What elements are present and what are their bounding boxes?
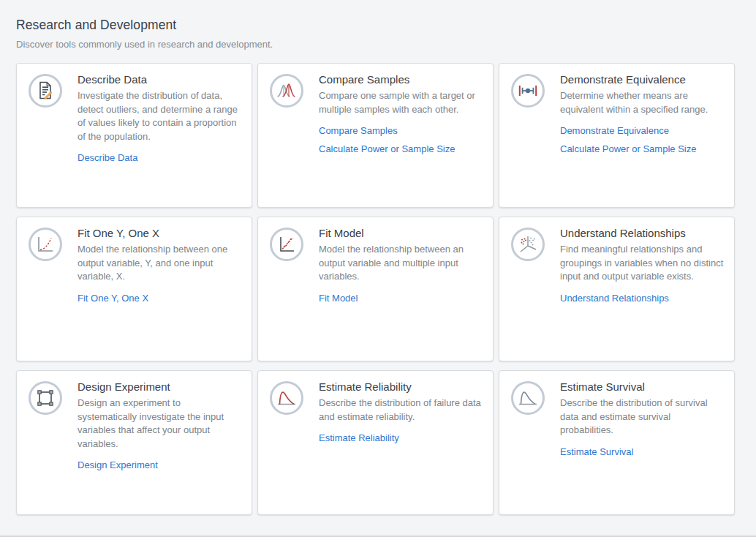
- design-experiment-icon: [29, 381, 62, 415]
- card-grid: Describe Data Investigate the distributi…: [16, 63, 735, 515]
- card-description: Compare one sample with a target or mult…: [319, 89, 483, 116]
- card-link[interactable]: Fit Model: [319, 293, 358, 304]
- card-title: Design Experiment: [78, 380, 241, 393]
- card-link[interactable]: Estimate Reliability: [319, 432, 399, 443]
- tool-card: Design Experiment Design an experiment t…: [16, 370, 252, 515]
- card-description: Find meaningful relationships and groupi…: [560, 243, 724, 284]
- understand-relationships-icon: [511, 228, 545, 261]
- card-links: Compare SamplesCalculate Power or Sample…: [319, 125, 483, 154]
- card-title: Describe Data: [78, 73, 241, 86]
- card-link[interactable]: Understand Relationships: [560, 293, 669, 304]
- tool-card: Understand Relationships Find meaningful…: [499, 217, 735, 361]
- card-title: Fit One Y, One X: [78, 227, 241, 239]
- card-links: Fit Model: [319, 293, 483, 304]
- research-development-page: Research and Development Discover tools …: [0, 0, 756, 515]
- card-link[interactable]: Design Experiment: [78, 459, 158, 470]
- card-link[interactable]: Compare Samples: [319, 125, 398, 136]
- card-links: Estimate Survival: [560, 446, 724, 457]
- card-links: Understand Relationships: [560, 293, 724, 304]
- card-title: Demonstrate Equivalence: [560, 73, 724, 86]
- card-link[interactable]: Demonstrate Equivalence: [560, 125, 669, 136]
- tool-card: Estimate Reliability Describe the distri…: [257, 370, 494, 515]
- card-description: Determine whether means are equivalent w…: [560, 89, 724, 116]
- tool-card: Estimate Survival Describe the distribut…: [499, 370, 735, 515]
- card-title: Understand Relationships: [560, 227, 724, 239]
- card-link[interactable]: Calculate Power or Sample Size: [560, 143, 696, 154]
- card-description: Investigate the distribution of data, de…: [78, 89, 241, 143]
- card-link[interactable]: Describe Data: [78, 152, 137, 163]
- estimate-reliability-icon: [270, 381, 303, 415]
- compare-samples-icon: [270, 74, 303, 108]
- card-title: Compare Samples: [319, 73, 483, 86]
- estimate-survival-icon: [511, 381, 545, 415]
- fit-model-icon: [270, 228, 303, 261]
- card-links: Fit One Y, One X: [78, 293, 241, 304]
- describe-data-icon: [29, 74, 62, 108]
- page-subtitle: Discover tools commonly used in research…: [16, 39, 735, 50]
- tool-card: Fit Model Model the relationship between…: [257, 217, 494, 361]
- card-links: Describe Data: [78, 152, 241, 163]
- demonstrate-equivalence-icon: [511, 74, 545, 108]
- card-title: Estimate Survival: [560, 380, 724, 393]
- card-description: Model the relationship between one outpu…: [78, 243, 241, 284]
- card-link[interactable]: Estimate Survival: [560, 446, 633, 457]
- tool-card: Describe Data Investigate the distributi…: [16, 63, 252, 208]
- card-title: Fit Model: [319, 227, 483, 239]
- card-link[interactable]: Fit One Y, One X: [78, 293, 148, 304]
- card-description: Describe the distribution of failure dat…: [319, 397, 483, 424]
- tool-card: Demonstrate Equivalence Determine whethe…: [499, 63, 735, 208]
- card-links: Design Experiment: [78, 459, 241, 470]
- card-links: Demonstrate EquivalenceCalculate Power o…: [560, 125, 724, 154]
- fit-one-y-one-x-icon: [29, 228, 62, 261]
- card-description: Model the relationship between an output…: [319, 243, 483, 284]
- card-description: Describe the distribution of survival da…: [560, 397, 724, 438]
- tool-card: Compare Samples Compare one sample with …: [257, 63, 494, 208]
- card-title: Estimate Reliability: [319, 380, 483, 393]
- card-links: Estimate Reliability: [319, 432, 483, 443]
- page-title: Research and Development: [16, 18, 735, 33]
- tool-card: Fit One Y, One X Model the relationship …: [16, 217, 252, 361]
- card-description: Design an experiment to systematically i…: [78, 397, 241, 451]
- card-link[interactable]: Calculate Power or Sample Size: [319, 143, 455, 154]
